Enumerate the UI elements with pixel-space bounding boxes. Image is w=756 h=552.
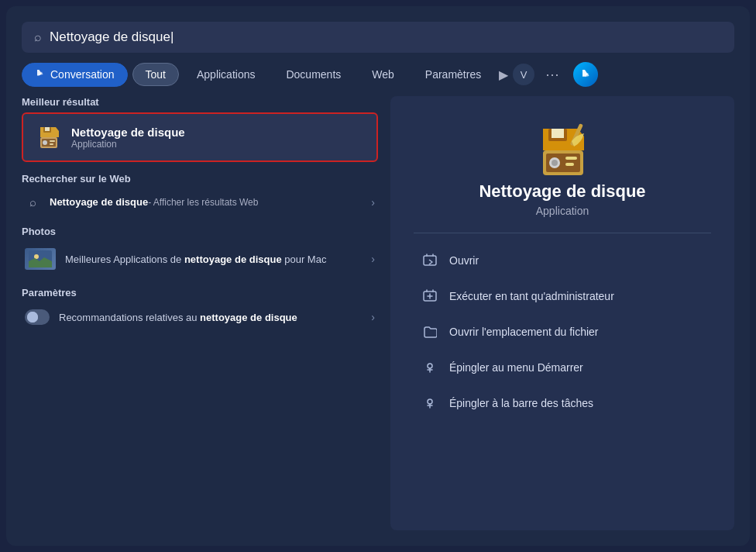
photos-item-text: Meilleures Applications de nettoyage de … <box>65 254 362 265</box>
right-panel: Nettoyage de disque Application Ouvrir <box>390 96 734 530</box>
svg-rect-16 <box>552 129 564 138</box>
web-search-item[interactable]: ⌕ Nettoyage de disque- Afficher les résu… <box>22 189 378 215</box>
tab-documents[interactable]: Documents <box>273 63 354 86</box>
tab-parametres[interactable]: Paramètres <box>412 63 494 86</box>
action-admin[interactable]: Exécuter en tant qu'administrateur <box>414 280 711 312</box>
search-bar: ⌕ Nettoyage de disque <box>22 22 734 53</box>
best-result-subtitle: Application <box>71 139 185 150</box>
photos-section: Photos Meilleures Applications de nettoy… <box>22 226 378 276</box>
action-emplacement[interactable]: Ouvrir l'emplacement du fichier <box>414 316 711 348</box>
pin-taskbar-icon <box>421 395 438 412</box>
search-icon: ⌕ <box>34 30 42 44</box>
tab-v[interactable]: V <box>513 64 534 85</box>
bing-circle-icon <box>579 68 592 81</box>
photos-label: Photos <box>22 226 378 237</box>
tab-v-label: V <box>521 69 527 81</box>
photos-item[interactable]: Meilleures Applications de nettoyage de … <box>22 242 378 276</box>
settings-section: Paramètres Recommandations relatives au … <box>22 287 378 331</box>
svg-rect-4 <box>50 143 53 145</box>
tab-parametres-label: Paramètres <box>425 68 481 81</box>
svg-point-12 <box>552 160 558 166</box>
bing-icon-conversation <box>35 68 46 81</box>
settings-item-text: Recommandations relatives au nettoyage d… <box>59 312 362 323</box>
action-barre-label: Épingler à la barre des tâches <box>449 397 593 409</box>
search-panel: ⌕ Nettoyage de disque Conversation Tout … <box>6 6 750 546</box>
svg-rect-3 <box>50 140 55 142</box>
play-icon[interactable]: ▶ <box>499 67 508 82</box>
settings-label: Paramètres <box>22 287 378 298</box>
best-result-label: Meilleur résultat <box>22 96 378 108</box>
best-result-item[interactable]: Nettoyage de disque Application <box>22 112 378 162</box>
best-result-text: Nettoyage de disque Application <box>71 126 185 150</box>
svg-rect-13 <box>565 157 577 160</box>
app-subtitle: Application <box>536 205 589 217</box>
tab-documents-label: Documents <box>286 68 341 81</box>
web-search-label: Rechercher sur le Web <box>22 173 378 185</box>
tab-applications[interactable]: Applications <box>184 63 269 86</box>
action-ouvrir[interactable]: Ouvrir <box>414 244 711 277</box>
action-demarrer-label: Épingler au menu Démarrer <box>449 361 583 374</box>
action-list: Ouvrir Exécuter en tant qu'administrateu… <box>414 244 711 419</box>
left-panel: Meilleur résultat <box>22 96 378 530</box>
main-content: Meilleur résultat <box>22 96 734 530</box>
photos-chevron: › <box>371 253 375 265</box>
admin-icon <box>421 288 438 305</box>
svg-rect-6 <box>45 127 50 131</box>
disk-cleanup-icon-large <box>531 119 593 181</box>
folder-icon <box>421 323 438 340</box>
svg-point-2 <box>43 140 47 145</box>
search-input[interactable]: Nettoyage de disque <box>50 29 722 45</box>
tab-web-label: Web <box>372 68 394 81</box>
tab-web[interactable]: Web <box>359 63 407 86</box>
pin-start-icon <box>421 359 438 376</box>
action-emplacement-label: Ouvrir l'emplacement du fichier <box>449 326 599 338</box>
divider <box>414 233 711 233</box>
settings-chevron: › <box>371 311 375 323</box>
more-tabs-icon[interactable]: ⋯ <box>539 63 565 86</box>
best-result-title: Nettoyage de disque <box>71 126 185 139</box>
action-barre[interactable]: Épingler à la barre des tâches <box>414 387 711 419</box>
web-search-icon: ⌕ <box>25 195 40 209</box>
best-result-section: Meilleur résultat <box>22 96 378 162</box>
action-ouvrir-label: Ouvrir <box>449 254 479 267</box>
action-demarrer[interactable]: Épingler au menu Démarrer <box>414 351 711 384</box>
tab-conversation[interactable]: Conversation <box>22 63 128 87</box>
tab-conversation-label: Conversation <box>50 68 115 81</box>
bing-button[interactable] <box>573 62 598 87</box>
web-search-section: Rechercher sur le Web ⌕ Nettoyage de dis… <box>22 173 378 215</box>
svg-point-20 <box>428 364 432 368</box>
web-search-item-text: Nettoyage de disque- Afficher les résult… <box>50 196 362 208</box>
tabs-row: Conversation Tout Applications Documents… <box>22 62 734 87</box>
svg-point-21 <box>428 399 432 404</box>
svg-rect-14 <box>565 163 574 166</box>
app-title: Nettoyage de disque <box>479 181 645 202</box>
photo-thumbnail <box>25 248 56 270</box>
open-icon <box>421 252 438 269</box>
tab-tout[interactable]: Tout <box>132 63 179 86</box>
settings-toggle-icon <box>25 309 50 325</box>
tab-applications-label: Applications <box>197 68 256 81</box>
disk-cleanup-icon-small <box>34 123 62 151</box>
tab-tout-label: Tout <box>146 68 166 81</box>
web-search-chevron: › <box>371 196 375 209</box>
action-admin-label: Exécuter en tant qu'administrateur <box>449 290 614 302</box>
settings-item[interactable]: Recommandations relatives au nettoyage d… <box>22 303 378 331</box>
